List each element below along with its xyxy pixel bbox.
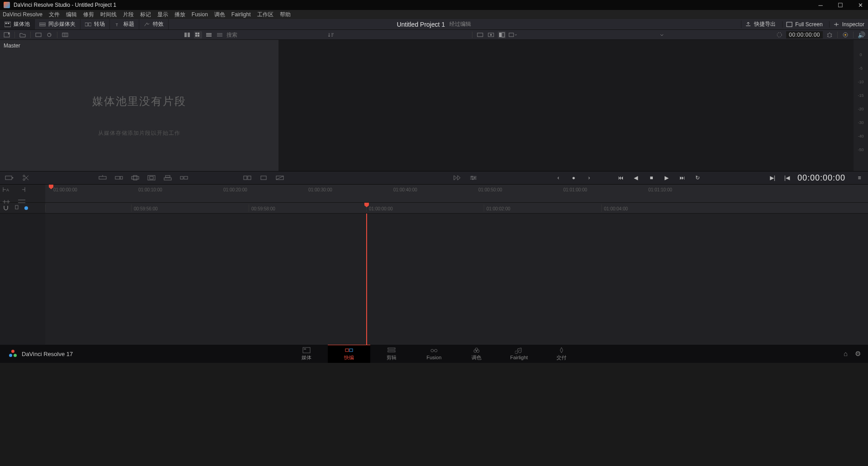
go-first-button[interactable]: ⏮ — [617, 174, 625, 182]
stop-button[interactable]: ■ — [647, 174, 656, 182]
menu-davinci[interactable]: DaVinci Resolve — [3, 11, 42, 18]
metadata-view-button[interactable] — [183, 31, 191, 38]
split-button[interactable] — [21, 174, 31, 182]
list-view-button[interactable] — [216, 31, 224, 38]
master-bin-label[interactable]: Master — [4, 43, 20, 49]
playhead-line[interactable] — [366, 214, 367, 345]
ws-effects[interactable]: 特效 — [139, 19, 169, 29]
menu-workspace[interactable]: 工作区 — [257, 11, 274, 19]
ws-media-pool[interactable]: 媒体池 — [0, 19, 35, 29]
menu-mark[interactable]: 标记 — [140, 11, 151, 19]
resolution-button[interactable] — [34, 31, 42, 38]
place-on-top-button[interactable] — [163, 174, 173, 182]
timeline-options-button[interactable] — [468, 174, 478, 182]
menu-timeline[interactable]: 时间线 — [100, 11, 117, 19]
upper-playhead[interactable] — [49, 185, 53, 189]
menu-trim[interactable]: 修剪 — [83, 11, 94, 19]
viewer[interactable] — [278, 40, 854, 171]
ws-titles[interactable]: T 标题 — [110, 19, 139, 29]
loop-button[interactable]: ↻ — [693, 174, 702, 182]
menu-view[interactable]: 显示 — [157, 11, 168, 19]
search-input[interactable] — [226, 32, 294, 38]
viewer-menu-dropdown[interactable] — [658, 31, 666, 38]
audio-mute-button[interactable]: 🔊 — [857, 31, 865, 38]
sort-button[interactable] — [327, 31, 335, 38]
project-settings-button[interactable]: ⚙ — [855, 350, 861, 358]
svg-rect-36 — [120, 176, 123, 179]
menu-help[interactable]: 帮助 — [280, 11, 291, 19]
dissolve-button[interactable] — [275, 174, 285, 182]
page-color[interactable]: 调色 — [455, 345, 498, 363]
page-fusion[interactable]: Fusion — [413, 345, 455, 363]
page-media[interactable]: 媒体 — [285, 345, 328, 363]
go-last-button[interactable]: ⏭ — [678, 174, 686, 182]
prev-edit-button[interactable]: |◀ — [783, 174, 791, 182]
next-edit-button[interactable]: ▶| — [769, 174, 777, 182]
close-button[interactable]: ✕ — [856, 1, 864, 9]
play-reverse-button[interactable]: ◀ — [632, 174, 640, 182]
source-tape-button[interactable] — [476, 31, 484, 38]
trim-out-button[interactable] — [17, 186, 29, 195]
page-edit[interactable]: 剪辑 — [370, 345, 413, 363]
minimize-button[interactable]: ─ — [816, 1, 825, 9]
next-io-button[interactable]: › — [585, 174, 593, 182]
track-header[interactable] — [0, 214, 45, 345]
menu-fairlight[interactable]: Fairlight — [231, 11, 251, 18]
smart-insert-button[interactable] — [98, 174, 108, 182]
prev-io-button[interactable]: ‹ — [554, 174, 562, 182]
menu-file[interactable]: 文件 — [49, 11, 60, 19]
menu-clip[interactable]: 片段 — [123, 11, 134, 19]
maximize-button[interactable]: ☐ — [836, 1, 844, 9]
lower-timeline-ruler[interactable]: 00:59:56:00 00:59:58:00 01:00:00:00 01:0… — [0, 203, 868, 214]
upper-timeline-ruler[interactable]: A 01:00:00:00 01:00:10:00 01:00:20:00 01… — [0, 185, 868, 203]
sync-button[interactable] — [45, 31, 53, 38]
lower-playhead[interactable] — [364, 203, 369, 207]
timeline-timecode[interactable]: 00:00:00:00 — [797, 173, 845, 183]
ws-transitions[interactable]: 转场 — [80, 19, 110, 29]
viewer-timecode[interactable]: 00:00:00:00 — [786, 31, 823, 38]
menu-playback[interactable]: 播放 — [175, 11, 185, 19]
fast-review-button[interactable] — [452, 174, 462, 182]
home-button[interactable]: ⌂ — [844, 350, 848, 358]
boring-detector-button[interactable] — [5, 174, 14, 182]
snap-button[interactable] — [3, 205, 10, 211]
new-bin-button[interactable] — [19, 31, 27, 38]
io-indicator[interactable]: ● — [570, 174, 578, 182]
append-button[interactable] — [114, 174, 124, 182]
upper-ruler-ticks[interactable]: 01:00:00:00 01:00:10:00 01:00:20:00 01:0… — [45, 185, 868, 202]
menu-edit[interactable]: 编辑 — [66, 11, 77, 19]
page-deliver[interactable]: 交付 — [540, 345, 583, 363]
media-pool[interactable]: Master 媒体池里没有片段 从媒体存储添加片段以开始工作 — [0, 40, 278, 171]
quick-export-button[interactable]: 快捷导出 — [741, 20, 779, 28]
flag-indicator[interactable] — [24, 206, 28, 210]
page-cut[interactable]: 快编 — [328, 345, 370, 363]
play-button[interactable]: ▶ — [663, 174, 671, 182]
fullscreen-button[interactable]: Full Screen — [782, 21, 826, 28]
strip-view-button-2[interactable] — [205, 31, 213, 38]
thumbnail-view-button[interactable] — [194, 31, 202, 38]
safe-area-button[interactable] — [775, 31, 783, 38]
ripple-overwrite-button[interactable] — [130, 174, 140, 182]
timeline-tracks[interactable] — [0, 214, 868, 345]
menu-fusion[interactable]: Fusion — [192, 11, 208, 18]
ws-sync-bin[interactable]: 同步媒体夹 — [35, 19, 80, 29]
trim-in-button[interactable]: A — [2, 186, 14, 195]
transition-button[interactable] — [242, 174, 252, 182]
track-area[interactable] — [45, 214, 868, 345]
close-up-button[interactable] — [146, 174, 156, 182]
source-overwrite-button[interactable] — [179, 174, 189, 182]
timeline-menu-button[interactable]: ≡ — [855, 174, 863, 182]
cut-button[interactable] — [259, 174, 269, 182]
menu-color[interactable]: 调色 — [214, 11, 225, 19]
import-media-button[interactable] — [3, 31, 11, 38]
inspector-button[interactable]: Inspector — [829, 21, 868, 28]
viewer-quality-button[interactable] — [498, 31, 506, 38]
source-clip-button[interactable] — [487, 31, 495, 38]
bypass-color-button[interactable] — [841, 31, 849, 38]
page-fairlight[interactable]: Fairlight — [498, 345, 540, 363]
tools-button[interactable] — [826, 31, 834, 38]
viewer-dropdown[interactable] — [509, 31, 517, 38]
lower-ruler-ticks[interactable]: 00:59:56:00 00:59:58:00 01:00:00:00 01:0… — [45, 203, 868, 213]
strip-view-button[interactable] — [61, 31, 69, 38]
marker-button[interactable] — [14, 205, 21, 211]
